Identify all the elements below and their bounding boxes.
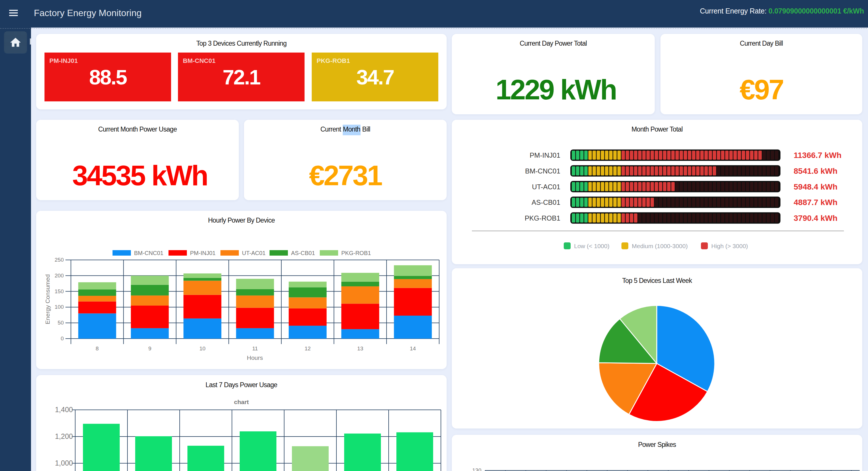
- svg-text:9: 9: [148, 346, 152, 352]
- svg-text:12: 12: [305, 346, 311, 352]
- svg-text:0: 0: [61, 335, 64, 342]
- svg-text:100: 100: [55, 304, 64, 310]
- svg-text:1,400: 1,400: [55, 406, 73, 414]
- svg-text:BM-CNC01: BM-CNC01: [525, 167, 560, 175]
- svg-text:4887.7 kWh: 4887.7 kWh: [794, 198, 838, 207]
- svg-text:chart: chart: [234, 399, 249, 405]
- svg-text:8541.6 kWh: 8541.6 kWh: [794, 167, 838, 175]
- svg-text:AS-CB01: AS-CB01: [291, 250, 315, 256]
- svg-text:High (> 3000): High (> 3000): [711, 243, 748, 249]
- svg-text:5948.4 kWh: 5948.4 kWh: [794, 182, 838, 191]
- svg-text:Medium (1000-3000): Medium (1000-3000): [632, 243, 688, 249]
- svg-text:PKG-ROB1: PKG-ROB1: [341, 250, 371, 256]
- svg-text:130: 130: [472, 467, 482, 471]
- svg-text:8: 8: [96, 346, 99, 352]
- svg-text:Hours: Hours: [247, 354, 263, 361]
- svg-text:Energy Consumed: Energy Consumed: [44, 274, 51, 324]
- svg-text:11: 11: [252, 346, 258, 352]
- svg-text:13: 13: [358, 346, 363, 352]
- svg-text:10: 10: [199, 346, 206, 352]
- svg-text:1,000: 1,000: [55, 459, 73, 467]
- svg-text:Low (< 1000): Low (< 1000): [574, 243, 609, 249]
- svg-text:AS-CB01: AS-CB01: [532, 199, 560, 206]
- svg-text:11366.7 kWh: 11366.7 kWh: [794, 151, 842, 160]
- svg-text:UT-AC01: UT-AC01: [532, 183, 560, 191]
- svg-text:3790.4 kWh: 3790.4 kWh: [794, 214, 838, 223]
- svg-text:UT-AC01: UT-AC01: [242, 250, 266, 256]
- svg-text:50: 50: [58, 320, 64, 326]
- svg-text:PKG-ROB1: PKG-ROB1: [525, 214, 560, 222]
- svg-text:150: 150: [55, 288, 64, 294]
- svg-text:200: 200: [55, 272, 64, 278]
- svg-text:PM-INJ01: PM-INJ01: [530, 151, 560, 159]
- svg-text:250: 250: [55, 257, 64, 263]
- svg-text:14: 14: [410, 346, 416, 352]
- svg-text:PM-INJ01: PM-INJ01: [190, 250, 216, 256]
- svg-text:1,200: 1,200: [55, 432, 73, 440]
- svg-text:BM-CNC01: BM-CNC01: [134, 250, 163, 256]
